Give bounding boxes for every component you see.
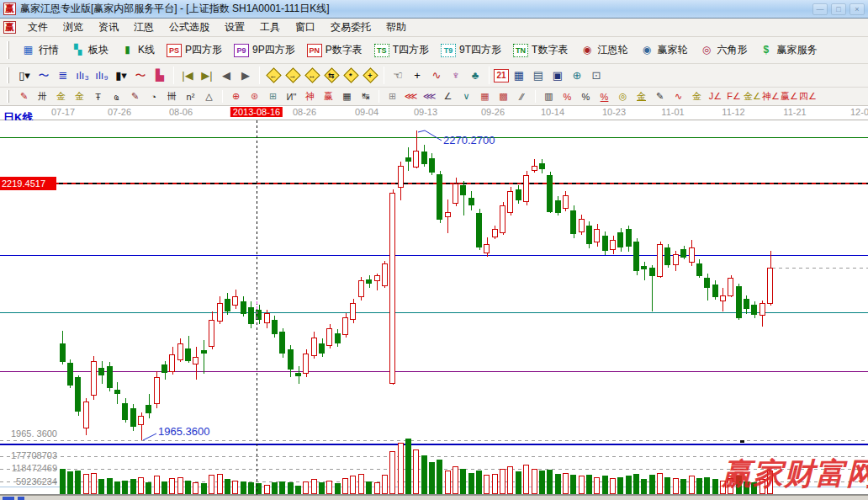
- ying-tool[interactable]: 赢: [320, 89, 337, 104]
- kline-style-dropdown[interactable]: ▯▾: [15, 67, 34, 84]
- t-square-button[interactable]: TST四方形: [369, 41, 434, 59]
- k-mark-tool[interactable]: И": [283, 89, 300, 104]
- candle-style-dropdown[interactable]: ▮▾: [112, 67, 130, 84]
- flag-triangle-tool[interactable]: △: [200, 89, 218, 104]
- bars-9-tool[interactable]: ılı₉: [93, 67, 111, 84]
- angle-line-tool[interactable]: ∠: [439, 89, 457, 104]
- fan-red-tool[interactable]: ⋘: [402, 89, 420, 104]
- winner-wheel-button[interactable]: ◉赢家轮: [634, 41, 692, 59]
- menu-窗口[interactable]: 窗口: [288, 19, 323, 36]
- crosshair-tool[interactable]: +: [408, 67, 426, 84]
- sectors-button[interactable]: ▚板块: [66, 41, 114, 59]
- shen-tool[interactable]: 神: [301, 89, 319, 104]
- si-angle-tool[interactable]: 四∠: [799, 89, 817, 104]
- calendar-button[interactable]: 21: [494, 69, 509, 82]
- nav-next-button[interactable]: ▶: [236, 67, 255, 84]
- menu-工具[interactable]: 工具: [252, 19, 288, 36]
- nav-first-button[interactable]: |◀: [178, 67, 197, 84]
- wave-v-tool[interactable]: ∨: [458, 89, 475, 104]
- grid-123-tool[interactable]: ▦: [338, 89, 356, 104]
- p-square-button[interactable]: PSP四方形: [161, 41, 227, 59]
- p-table-button[interactable]: PNP数字表: [302, 41, 368, 59]
- menu-帮助[interactable]: 帮助: [378, 19, 414, 36]
- wave-knot-tool[interactable]: ♣: [466, 67, 484, 84]
- quotes-button[interactable]: ▦行情: [16, 41, 64, 59]
- diamond-move-button[interactable]: +: [361, 67, 379, 84]
- gold-comb-tool[interactable]: 金: [52, 89, 70, 104]
- f-comb-tool[interactable]: Ŧ: [89, 89, 107, 104]
- calculator-button[interactable]: ▦: [510, 67, 528, 84]
- spiral-tool[interactable]: ҩ: [108, 89, 125, 104]
- minimize-button[interactable]: —: [812, 3, 828, 15]
- grid-red-tool[interactable]: ▦: [476, 89, 494, 104]
- zigzag-tool[interactable]: ∿: [427, 67, 446, 84]
- diamond-left-button[interactable]: ←: [264, 67, 283, 84]
- toolbar-grip[interactable]: [7, 41, 9, 60]
- fan-dark-tool[interactable]: ⋘: [421, 89, 438, 104]
- t-table-button[interactable]: TNT数字表: [508, 41, 573, 59]
- diamond-star-button[interactable]: *: [341, 67, 360, 84]
- diamond-hspan-button[interactable]: ↔: [303, 67, 321, 84]
- diamond-right-button[interactable]: →: [283, 67, 302, 84]
- info-panel-tool[interactable]: ≣: [54, 67, 72, 84]
- percent-slant-tool[interactable]: %: [558, 89, 576, 104]
- kline-chart[interactable]: 2219.4517 1965. 360017770870311847246959…: [0, 120, 868, 495]
- menu-设置[interactable]: 设置: [217, 19, 252, 36]
- hand-tool[interactable]: ☜: [389, 67, 407, 84]
- starburst-tool[interactable]: ⊛: [246, 89, 263, 104]
- grid-red2-tool[interactable]: ▩: [495, 89, 512, 104]
- candle-pen-tool[interactable]: ✎: [651, 89, 669, 104]
- network-button[interactable]: ⊕: [568, 67, 586, 84]
- hexagon-button[interactable]: ◎六角形: [694, 41, 752, 59]
- 9p-square-button[interactable]: P99P四方形: [229, 41, 300, 59]
- red-pen-tool[interactable]: ✎: [126, 89, 144, 104]
- circle-cross-tool[interactable]: ⊕: [227, 89, 245, 104]
- menu-交易委托[interactable]: 交易委托: [323, 19, 378, 36]
- bars-3-tool[interactable]: ılı₃: [73, 67, 92, 84]
- comb-tool[interactable]: 卅: [34, 89, 51, 104]
- menu-资讯[interactable]: 资讯: [91, 19, 126, 36]
- percent-under-tool[interactable]: %: [595, 89, 613, 104]
- gold-comb2-tool[interactable]: 金: [71, 89, 88, 104]
- close-button[interactable]: ×: [849, 3, 865, 15]
- gold-avg-tool[interactable]: 金: [688, 89, 706, 104]
- gann-wheel-button[interactable]: ◉江恩轮: [574, 41, 632, 59]
- gold-line-tool[interactable]: 金: [632, 89, 650, 104]
- gann-trident-tool[interactable]: ♆: [447, 67, 465, 84]
- toolbar-grip[interactable]: [7, 67, 9, 83]
- wave-red-tool[interactable]: ∿: [670, 89, 687, 104]
- gold-circle-tool[interactable]: ◎: [614, 89, 632, 104]
- winner-service-button[interactable]: $赢家服务: [754, 41, 822, 59]
- menu-文件[interactable]: 文件: [20, 19, 56, 36]
- j-angle-tool[interactable]: J∠: [707, 89, 724, 104]
- nav-last-button[interactable]: ▶|: [198, 67, 216, 84]
- n-square-tool[interactable]: n²: [182, 89, 199, 104]
- grid-frame-tool[interactable]: ⊞: [384, 89, 401, 104]
- maximize-button[interactable]: □: [831, 3, 846, 15]
- brush-tool[interactable]: ✎: [15, 89, 33, 104]
- color-histogram-tool[interactable]: ▙: [151, 67, 169, 84]
- menu-公式选股[interactable]: 公式选股: [161, 19, 217, 36]
- red-curve-tool[interactable]: 〜: [131, 67, 150, 84]
- 9t-square-button[interactable]: T99T四方形: [436, 41, 506, 59]
- comb-plain-tool[interactable]: 卌: [163, 89, 181, 104]
- menu-江恩[interactable]: 江恩: [126, 19, 161, 36]
- grid-star-tool[interactable]: ⊞: [264, 89, 282, 104]
- shen-angle-tool[interactable]: 神∠: [762, 89, 780, 104]
- menu-浏览[interactable]: 浏览: [56, 19, 91, 36]
- percent-tool[interactable]: %: [577, 89, 595, 104]
- slant-lines-tool[interactable]: ⁄⁄: [513, 89, 531, 104]
- notes-button[interactable]: ▤: [529, 67, 548, 84]
- time-clock-tool[interactable]: ◔: [145, 89, 162, 104]
- span-arrow-tool[interactable]: ↹: [357, 89, 374, 104]
- ying-angle-tool[interactable]: 赢∠: [781, 89, 798, 104]
- computer-button[interactable]: ⊡: [587, 67, 606, 84]
- kline-button[interactable]: ▮K线: [115, 41, 160, 59]
- diamond-swap-button[interactable]: ⇆: [322, 67, 341, 84]
- save-button[interactable]: ▣: [548, 67, 567, 84]
- toolbar-grip[interactable]: [7, 90, 9, 103]
- nav-prev-button[interactable]: ◀: [217, 67, 236, 84]
- formula-curve-tool[interactable]: 〜: [34, 67, 53, 84]
- f-angle-tool[interactable]: F∠: [725, 89, 743, 104]
- gold-angle-tool[interactable]: 金∠: [744, 89, 761, 104]
